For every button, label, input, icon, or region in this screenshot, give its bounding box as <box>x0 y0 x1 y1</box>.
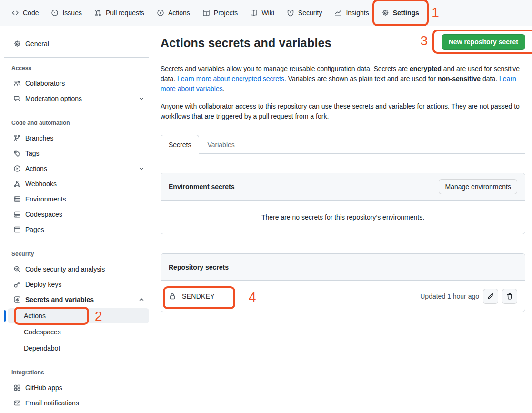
sidebar-item-pages[interactable]: Pages <box>8 222 149 237</box>
sidebar-item-general[interactable]: General <box>8 36 149 51</box>
tab-issues[interactable]: Issues <box>46 6 86 20</box>
sidebar-subitem-dependabot[interactable]: Dependabot <box>8 341 149 356</box>
environment-secrets-title: Environment secrets <box>169 183 235 191</box>
tab-secrets[interactable]: Secrets <box>161 135 199 154</box>
desc-bold-non-sensitive: non-sensitive <box>438 75 481 82</box>
sidebar-item-label: Secrets and variables <box>25 296 94 303</box>
trash-icon <box>506 292 513 300</box>
tab-code[interactable]: Code <box>7 6 43 20</box>
sidebar-item-tags[interactable]: Tags <box>8 146 149 161</box>
sidebar-divider <box>4 57 149 58</box>
tab-label: Issues <box>62 9 81 17</box>
book-icon <box>250 9 258 17</box>
environment-secrets-empty-state: There are no secrets for this repository… <box>161 201 525 234</box>
sidebar-section-header-integrations: Integrations <box>11 369 153 376</box>
sidebar-divider <box>4 243 149 243</box>
tab-variables[interactable]: Variables <box>199 135 242 154</box>
sidebar-item-label: Codespaces <box>24 328 61 336</box>
desc-bold-encrypted: encrypted <box>410 65 442 72</box>
pencil-icon <box>487 292 494 300</box>
tab-pull-requests[interactable]: Pull requests <box>90 6 149 20</box>
repository-secrets-title: Repository secrets <box>169 263 229 271</box>
tab-settings[interactable]: Settings 1 <box>377 6 424 20</box>
settings-sidebar: General Access Collaborators Moderation … <box>0 27 153 413</box>
sidebar-item-deploy-keys[interactable]: Deploy keys <box>8 277 149 292</box>
people-icon <box>13 80 21 87</box>
mail-icon <box>13 399 21 407</box>
sidebar-item-label: Tags <box>25 150 40 157</box>
page-header: Actions secrets and variables New reposi… <box>161 27 525 56</box>
tab-actions[interactable]: Actions <box>152 6 195 20</box>
tab-projects[interactable]: Projects <box>198 6 243 20</box>
code-icon <box>11 9 19 17</box>
tab-label: Code <box>23 9 39 17</box>
secret-row: SENDKEY 4 Updated 1 hour ago <box>161 281 525 312</box>
secret-name: SENDKEY <box>182 292 215 300</box>
comment-discussion-icon <box>13 95 21 102</box>
sidebar-subitem-actions[interactable]: Actions 2 <box>8 308 149 323</box>
tab-wiki[interactable]: Wiki <box>245 6 279 20</box>
codespaces-icon <box>13 211 21 218</box>
sidebar-item-label: Collaborators <box>25 80 65 87</box>
manage-environments-button[interactable]: Manage environments <box>439 179 517 194</box>
active-item-indicator <box>4 310 6 322</box>
lock-icon <box>169 292 176 300</box>
sidebar-section-header-security: Security <box>11 251 153 257</box>
sidebar-item-branches[interactable]: Branches <box>8 131 149 146</box>
sidebar-item-environments[interactable]: Environments <box>8 191 149 207</box>
desc-text: . <box>223 85 225 92</box>
desc-text: . Variables are shown as plain text and … <box>284 75 438 82</box>
sidebar-subitem-codespaces[interactable]: Codespaces <box>8 324 149 340</box>
new-repository-secret-button[interactable]: New repository secret <box>442 34 525 50</box>
browser-icon <box>13 226 21 233</box>
sidebar-item-collaborators[interactable]: Collaborators <box>8 76 149 91</box>
codescan-icon <box>13 265 21 273</box>
play-icon <box>157 9 164 17</box>
sidebar-item-label: Actions <box>24 312 46 320</box>
play-icon <box>13 165 21 172</box>
active-tab-underline <box>380 24 421 25</box>
sidebar-item-label: Code security and analysis <box>25 265 105 273</box>
sidebar-item-label: Deploy keys <box>25 281 61 288</box>
chevron-down-icon <box>138 95 145 102</box>
sidebar-item-label: Codespaces <box>25 211 62 218</box>
tab-security[interactable]: Security <box>282 6 327 20</box>
webhook-icon <box>13 180 21 188</box>
gear-icon <box>13 40 21 48</box>
edit-secret-button[interactable] <box>483 289 498 304</box>
collaborator-access-note: Anyone with collaborator access to this … <box>161 101 525 121</box>
shield-icon <box>287 9 294 17</box>
sidebar-item-moderation-options[interactable]: Moderation options <box>8 91 149 106</box>
sidebar-item-codespaces[interactable]: Codespaces <box>8 207 149 222</box>
git-pull-request-icon <box>94 9 102 17</box>
tag-icon <box>13 150 21 157</box>
sidebar-section-header-access: Access <box>11 65 153 71</box>
apps-grid-icon <box>13 384 21 392</box>
sidebar-section-header-code-automation: Code and automation <box>11 120 153 126</box>
asterisk-box-icon <box>13 296 21 303</box>
sidebar-item-secrets-and-variables[interactable]: Secrets and variables <box>8 292 149 307</box>
key-icon <box>13 281 21 288</box>
tab-insights[interactable]: Insights <box>330 6 373 20</box>
graph-icon <box>334 9 342 17</box>
tab-label: Pull requests <box>106 9 144 17</box>
sidebar-item-label: General <box>25 40 49 48</box>
sidebar-item-actions[interactable]: Actions <box>8 161 149 176</box>
tab-label: Settings <box>393 9 419 17</box>
repository-secrets-box: Repository secrets SENDKEY 4 Updated 1 h… <box>161 253 525 312</box>
tab-label: Actions <box>168 9 190 17</box>
server-icon <box>13 195 21 203</box>
desc-text: data. <box>481 75 499 82</box>
sidebar-item-webhooks[interactable]: Webhooks <box>8 176 149 191</box>
link-encrypted-secrets[interactable]: Learn more about encrypted secrets <box>177 75 284 82</box>
sidebar-item-email-notifications[interactable]: Email notifications <box>8 395 149 411</box>
annotation-number-2: 2 <box>95 309 102 324</box>
secrets-description: Secrets and variables allow you to manag… <box>161 64 525 94</box>
sidebar-item-label: Email notifications <box>25 399 79 407</box>
sidebar-item-code-security[interactable]: Code security and analysis <box>8 262 149 277</box>
chevron-down-icon <box>138 165 145 172</box>
delete-secret-button[interactable] <box>502 289 517 304</box>
repo-nav: Code Issues Pull requests Actions Projec… <box>0 0 532 26</box>
environment-secrets-header: Environment secrets Manage environments <box>161 173 525 201</box>
sidebar-item-github-apps[interactable]: GitHub apps <box>8 380 149 395</box>
